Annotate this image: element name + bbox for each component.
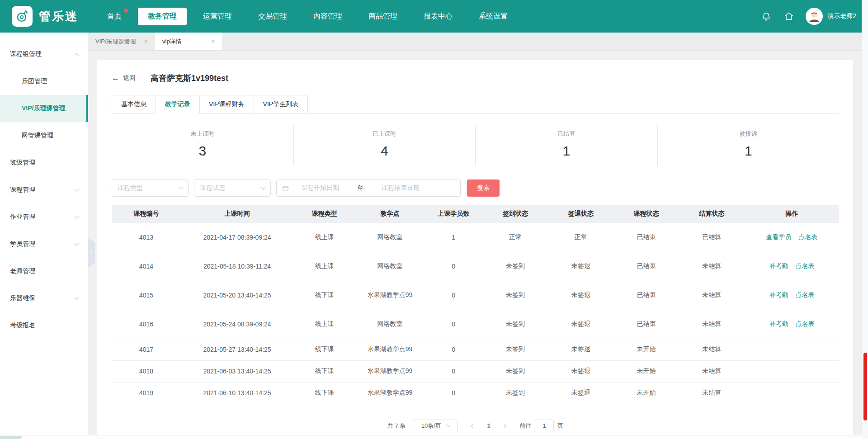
sidebar-item[interactable]: 课程组管理 [0,41,88,68]
cell-students: 1 [425,223,483,252]
nav-item[interactable]: 报表中心 [414,8,462,25]
page-size-select[interactable]: 10条/页 [413,420,458,432]
row-action-link[interactable]: 补考勤 [769,291,788,298]
window-tab[interactable]: VIP/乐理课管理 [88,33,155,50]
nav-item[interactable]: 商品管理 [359,8,407,25]
sidebar-item[interactable]: 课程管理 [0,176,88,203]
course-type-placeholder: 课程类型 [118,184,143,192]
nav-item[interactable]: 首页 [97,8,132,25]
course-status-select[interactable]: 课程状态 [194,179,271,197]
stat-value: 1 [658,143,840,159]
home-icon[interactable] [783,10,795,22]
notification-bell-icon[interactable] [760,10,772,22]
window-tab[interactable]: vip详情 [155,33,222,50]
nav-item[interactable]: 内容管理 [303,8,352,25]
nav-item-label: 教务管理 [148,12,177,20]
navbar-right: 演示老师2 [760,8,856,25]
cell-settlement-status: 未结算 [679,310,745,339]
sidebar-item[interactable]: 乐器维保 [0,285,88,312]
table-row: 4019 2021-06-10 13:40-14:25 线下课 水果湖教学点99… [112,382,839,404]
sidebar-item[interactable]: 作业管理 [0,203,88,231]
sidebar-collapse-handle[interactable] [88,238,95,267]
nav-menu: 首页 教务管理 运营管理 交易管理 内容管理 商品管理 报表中心 系统设置 [97,8,518,25]
goto-page-input[interactable] [535,420,554,432]
cell-checkout-status: 未签退 [548,339,613,360]
date-end-placeholder: 课程结束日期 [369,184,432,192]
sidebar-item[interactable]: 乐团管理 [0,68,88,95]
vertical-scrollbar [862,0,868,439]
date-range-picker[interactable]: 课程开始日期 至 课程结束日期 [276,179,461,197]
detail-tab[interactable]: VIP课程财务 [199,95,254,113]
nav-item[interactable]: 运营管理 [193,8,242,25]
cell-checkin-status: 未签到 [483,310,548,339]
row-action-link[interactable]: 点名表 [798,233,817,241]
detail-card: 返回 高音萨克斯1v199test 基本信息 教学记录 VIP课程财务 VIP学… [97,60,853,435]
cell-course-id: 4019 [112,382,181,404]
cell-checkin-status: 未签到 [483,382,548,404]
row-action-link[interactable]: 点名表 [795,291,814,298]
cell-settlement-status: 未结算 [679,281,745,310]
cell-location: 水果湖教学点99 [355,339,425,360]
cell-settlement-status: 已结算 [679,223,745,252]
horizontal-scrollbar-thumb[interactable] [0,436,22,439]
current-page[interactable]: 1 [487,422,491,430]
main-area: VIP/乐理课管理 vip详情 返回 高音萨克斯1v199test 基本信息 教… [88,33,868,439]
detail-tab[interactable]: 教学记录 [156,95,200,113]
table-header: 课程编号上课时间课程类型教学点上课学员数签到状态签退状态课程状态结算状态操作 [112,205,839,223]
user-name: 演示老师2 [827,12,856,20]
cell-course-id: 4017 [112,339,181,360]
cell-time: 2021-05-20 13:40-14:25 [181,281,293,310]
pagination-total: 共 7 条 [387,422,406,430]
stat-block: 已结算 1 [475,125,657,166]
course-type-select[interactable]: 课程类型 [112,179,189,197]
row-action-link[interactable]: 点名表 [795,262,814,269]
row-action-link[interactable]: 补考勤 [769,320,788,327]
close-icon[interactable] [211,38,215,44]
goto-label: 前往 [519,422,531,430]
vertical-scrollbar-thumb[interactable] [863,353,867,420]
sidebar-item-label: 学员管理 [10,240,35,248]
close-icon[interactable] [144,38,148,44]
header-row: 返回 高音萨克斯1v199test [112,72,839,84]
sidebar-item[interactable]: 考级报名 [0,312,88,339]
nav-item[interactable]: 教务管理 [138,8,187,25]
sidebar-item[interactable]: VIP/乐理课管理 [0,95,88,122]
row-action-link[interactable]: 查看学员 [766,233,791,241]
sidebar-item[interactable]: 班级管理 [0,149,88,176]
detail-tab[interactable]: 基本信息 [112,95,156,113]
cell-course-id: 4018 [112,360,181,382]
cell-course-status: 未开始 [613,339,679,360]
brand[interactable]: 管乐迷 [12,6,78,27]
cell-actions: 补考勤点名表 [745,310,839,339]
row-action-link[interactable]: 点名表 [795,320,814,327]
column-header: 上课学员数 [425,205,483,223]
stat-label: 未上课时 [112,130,293,138]
cell-checkout-status: 未签退 [548,360,613,382]
sidebar-item[interactable]: 老师管理 [0,258,88,285]
sidebar-item[interactable]: 学员管理 [0,231,88,258]
sidebar: 课程组管理 乐团管理 VIP/乐理课管理 网管课管理 班级管理 课程管理 作业管… [0,33,88,439]
cell-time: 2021-06-03 13:40-14:25 [181,360,293,382]
table-row: 4016 2021-05-24 08:39-09:24 线上课 网络教室 0 未… [112,310,839,339]
search-button[interactable]: 搜索 [467,179,500,197]
nav-item[interactable]: 系统设置 [469,8,518,25]
user-menu[interactable]: 演示老师2 [806,8,856,25]
detail-tab[interactable]: VIP学生列表 [254,95,308,113]
window-tab-label: VIP/乐理课管理 [95,38,136,46]
cell-checkout-status: 未签退 [548,252,613,281]
sidebar-item-label: 网管课管理 [22,132,53,140]
column-header: 课程编号 [112,205,181,223]
nav-item[interactable]: 交易管理 [248,8,297,25]
next-page-button[interactable] [503,425,506,427]
prev-page-button[interactable] [472,425,474,427]
cell-location: 网络教室 [355,223,425,252]
row-action-link[interactable]: 补考勤 [769,262,788,269]
back-button[interactable]: 返回 [112,74,136,83]
sidebar-item[interactable]: 网管课管理 [0,122,88,149]
stat-label: 已上课时 [294,130,476,138]
cell-actions: 补考勤点名表 [745,252,839,281]
course-status-placeholder: 课程状态 [200,184,225,192]
cell-location: 网络教室 [355,252,425,281]
page-unit-label: 页 [557,422,563,430]
stat-block: 未上课时 3 [112,125,293,166]
